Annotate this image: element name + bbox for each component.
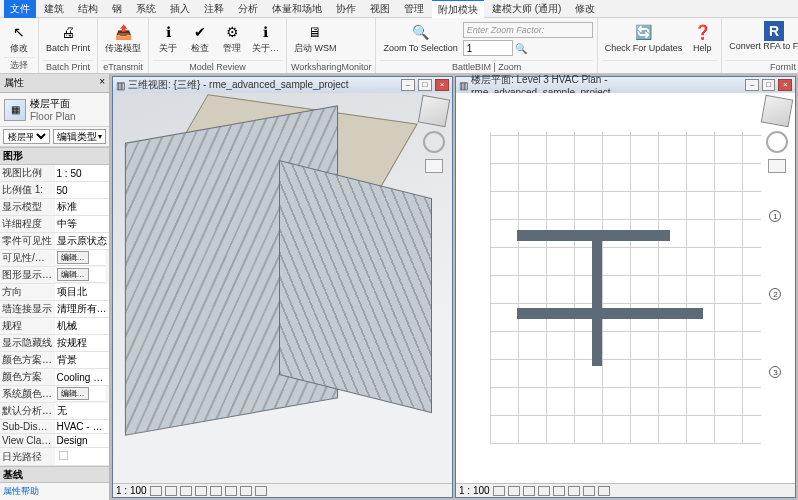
status-icon[interactable]: [493, 486, 505, 496]
property-value[interactable]: 中等: [55, 216, 110, 233]
minimize-button[interactable]: –: [745, 79, 759, 91]
grid-bubble[interactable]: 3: [769, 366, 781, 378]
modify-button[interactable]: ↖修改: [4, 20, 34, 54]
menu-tab[interactable]: 结构: [72, 0, 104, 18]
property-value[interactable]: 编辑…: [55, 267, 105, 283]
help-button[interactable]: ❓Help: [687, 20, 717, 54]
menu-tab[interactable]: 插入: [164, 0, 196, 18]
close-icon[interactable]: ×: [99, 76, 105, 90]
zoom-factor-input[interactable]: [463, 40, 513, 56]
maximize-button[interactable]: □: [418, 79, 432, 91]
status-icon[interactable]: [568, 486, 580, 496]
property-row[interactable]: 方向项目北: [0, 284, 109, 301]
element-selector[interactable]: 楼层平面: Level 3 H: [3, 129, 50, 144]
property-row[interactable]: 显示模型标准: [0, 199, 109, 216]
status-icon[interactable]: [598, 486, 610, 496]
menu-tab[interactable]: 修改: [569, 0, 601, 18]
property-row[interactable]: View Classifi…Design: [0, 434, 109, 448]
grid-bubble[interactable]: 1: [769, 210, 781, 222]
status-icon[interactable]: [165, 486, 177, 496]
steering-wheel[interactable]: [423, 131, 445, 153]
menu-tab-addins[interactable]: 附加模块: [432, 0, 484, 19]
menu-tab[interactable]: 注释: [198, 0, 230, 18]
menu-tab[interactable]: 建筑: [38, 0, 70, 18]
menu-tab[interactable]: 管理: [398, 0, 430, 18]
property-value[interactable]: HVAC - Design: [55, 420, 110, 434]
property-value[interactable]: 编辑…: [55, 386, 105, 402]
property-value[interactable]: 1 : 50: [55, 165, 110, 182]
property-row[interactable]: 规程机械: [0, 318, 109, 335]
properties-help-link[interactable]: 属性帮助: [0, 482, 109, 500]
property-value[interactable]: 背景: [55, 352, 110, 369]
steering-wheel[interactable]: [766, 131, 788, 153]
status-icon[interactable]: [180, 486, 192, 496]
property-value[interactable]: 显示原状态: [55, 233, 110, 250]
about2-button[interactable]: ℹ关于…: [249, 20, 282, 54]
status-icon[interactable]: [240, 486, 252, 496]
search-icon[interactable]: 🔍: [515, 43, 527, 54]
status-icon[interactable]: [255, 486, 267, 496]
view-scale[interactable]: 1 : 100: [459, 485, 490, 496]
property-value[interactable]: [55, 448, 110, 466]
property-row[interactable]: 系统颜色方案编辑…: [0, 386, 109, 403]
status-icon[interactable]: [583, 486, 595, 496]
menu-tab[interactable]: 分析: [232, 0, 264, 18]
property-row[interactable]: 零件可见性显示原状态: [0, 233, 109, 250]
property-row[interactable]: 视图比例1 : 50: [0, 165, 109, 182]
property-value[interactable]: 机械: [55, 318, 110, 335]
property-value[interactable]: 清理所有墙连接: [55, 301, 110, 318]
property-row[interactable]: 颜色方案Cooling Load: [0, 369, 109, 386]
property-value[interactable]: 项目北: [55, 284, 110, 301]
status-icon[interactable]: [195, 486, 207, 496]
check-updates-button[interactable]: 🔄Check For Updates: [602, 20, 686, 54]
property-row[interactable]: 显示隐藏线按规程: [0, 335, 109, 352]
menu-tab[interactable]: 建模大师 (通用): [486, 0, 567, 18]
property-value[interactable]: 标准: [55, 199, 110, 216]
status-icon[interactable]: [538, 486, 550, 496]
edit-type-button[interactable]: 编辑类型: [53, 129, 106, 144]
status-icon[interactable]: [508, 486, 520, 496]
property-value[interactable]: 编辑…: [55, 250, 105, 266]
nav-button[interactable]: [768, 159, 786, 173]
etransmit-button[interactable]: 📤传递模型: [102, 20, 144, 54]
convert-rfa-button[interactable]: RConvert RFA to FormIt: [726, 20, 798, 52]
minimize-button[interactable]: –: [401, 79, 415, 91]
grid-bubble[interactable]: 2: [769, 288, 781, 300]
view-canvas-plan[interactable]: 1 2 3: [456, 93, 795, 483]
view-canvas-3d[interactable]: [113, 93, 452, 483]
menu-tab[interactable]: 体量和场地: [266, 0, 328, 18]
check-button[interactable]: ✔检查: [185, 20, 215, 54]
property-row[interactable]: Sub-DisciplineHVAC - Design: [0, 420, 109, 434]
zoom-to-selection-button[interactable]: 🔍Zoom To Selection: [380, 20, 460, 54]
file-tab[interactable]: 文件: [4, 0, 36, 18]
property-row[interactable]: 图形显示选项编辑…: [0, 267, 109, 284]
wsm-button[interactable]: 🖥启动 WSM: [291, 20, 340, 54]
property-row[interactable]: 可见性/图形…编辑…: [0, 250, 109, 267]
viewcube[interactable]: [761, 95, 793, 127]
maximize-button[interactable]: □: [762, 79, 776, 91]
property-row[interactable]: 墙连接显示清理所有墙连接: [0, 301, 109, 318]
status-icon[interactable]: [523, 486, 535, 496]
properties-grid[interactable]: 图形 视图比例1 : 50比例值 1:50显示模型标准详细程度中等零件可见性显示…: [0, 147, 109, 482]
status-icon[interactable]: [553, 486, 565, 496]
menu-tab[interactable]: 系统: [130, 0, 162, 18]
status-icon[interactable]: [210, 486, 222, 496]
nav-button[interactable]: [425, 159, 443, 173]
property-row[interactable]: 详细程度中等: [0, 216, 109, 233]
property-row[interactable]: 日光路径: [0, 448, 109, 466]
property-value[interactable]: 无: [55, 403, 110, 420]
menu-tab[interactable]: 视图: [364, 0, 396, 18]
manage-button[interactable]: ⚙管理: [217, 20, 247, 54]
status-icon[interactable]: [225, 486, 237, 496]
close-button[interactable]: ×: [435, 79, 449, 91]
property-row[interactable]: 颜色方案位置背景: [0, 352, 109, 369]
property-row[interactable]: 默认分析显示…无: [0, 403, 109, 420]
menu-tab[interactable]: 协作: [330, 0, 362, 18]
close-button[interactable]: ×: [778, 79, 792, 91]
property-value[interactable]: 按规程: [55, 335, 110, 352]
property-value[interactable]: 50: [55, 182, 110, 199]
batch-print-button[interactable]: 🖨Batch Print: [43, 20, 93, 54]
about-button[interactable]: ℹ关于: [153, 20, 183, 54]
viewcube[interactable]: [418, 95, 450, 127]
property-row[interactable]: 比例值 1:50: [0, 182, 109, 199]
